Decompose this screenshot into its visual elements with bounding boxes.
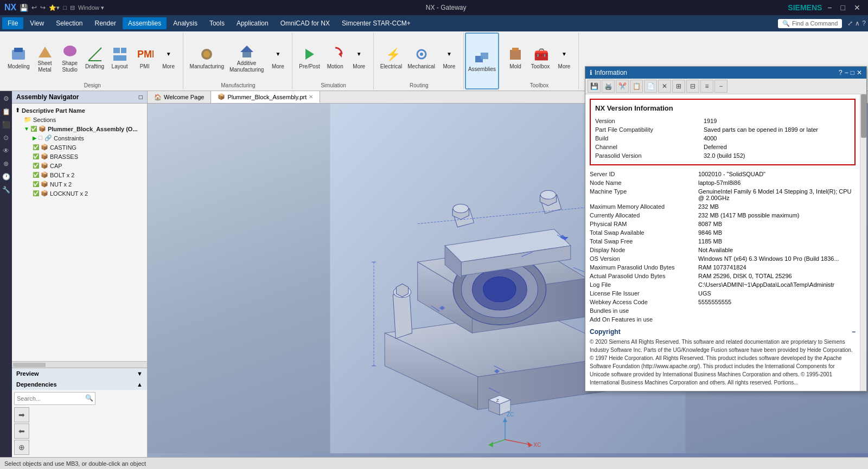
assembly-tab-close[interactable]: ✕ (309, 94, 313, 100)
tree-header[interactable]: ⬆ Descriptive Part Name (14, 106, 145, 115)
toolbox-button[interactable]: 🧰 Toolbox (528, 44, 552, 72)
tree-bolt[interactable]: ✅ 📦 BOLT x 2 (31, 170, 145, 179)
design-more-button[interactable]: ▼ More (158, 44, 180, 72)
sheet-metal-button[interactable]: SheetMetal (33, 41, 57, 75)
tree-assembly-root[interactable]: ▼ ✅ 📦 Plummer_Block_Assembly (O... (23, 124, 145, 133)
tree-casting[interactable]: ✅ 📦 CASTING (31, 143, 145, 152)
info-vscroll[interactable] (860, 94, 866, 391)
tree-nut[interactable]: ✅ 📦 NUT x 2 (31, 179, 145, 189)
undo-icon[interactable]: ↩ (31, 4, 37, 11)
pmi-button[interactable]: PMI PMI (133, 44, 157, 72)
info-scroll-thumb[interactable] (861, 94, 866, 138)
motion-button[interactable]: Motion (323, 44, 347, 72)
info-delete-btn[interactable]: ✕ (658, 80, 671, 93)
menu-assemblies[interactable]: Assemblies (123, 17, 167, 29)
close-button[interactable]: ✕ (851, 2, 864, 13)
welcome-tab[interactable]: 🏠 Welcome Page (148, 91, 211, 103)
additive-mfg-button[interactable]: AdditiveManufacturing (227, 41, 266, 75)
constraints-check[interactable]: ☐ (38, 135, 43, 141)
info-zoom-out-btn[interactable]: ⊟ (686, 80, 699, 93)
sidebar-parts-icon[interactable]: ⬛ (1, 119, 12, 130)
assembly-tab[interactable]: 📦 Plummer_Block_Assembly.prt ✕ (211, 91, 320, 103)
sidebar-view-icon[interactable]: 👁 (1, 145, 11, 156)
save-icon[interactable]: 💾 (20, 4, 28, 12)
minimize-button[interactable]: − (824, 2, 835, 13)
find-command-box[interactable]: 🔍 Find a Command (778, 19, 842, 28)
menu-view[interactable]: View (24, 17, 49, 29)
copyright-collapse-icon[interactable]: − (852, 328, 856, 336)
menu-render[interactable]: Render (90, 17, 122, 29)
nut-check[interactable]: ✅ (33, 181, 39, 187)
mold-button[interactable]: Mold (503, 44, 527, 72)
manufacturing-button[interactable]: Manufacturing (188, 44, 226, 72)
sidebar-settings-icon[interactable]: ⚙ (2, 93, 11, 104)
menu-application[interactable]: Application (231, 17, 274, 29)
deps-search-input[interactable] (14, 392, 95, 405)
cap-check[interactable]: ✅ (33, 163, 39, 169)
sidebar-clock-icon[interactable]: 🕐 (1, 171, 12, 182)
deps-toggle-icon[interactable]: ▲ (137, 381, 143, 388)
deps-zoom-btn[interactable]: ⊕ (14, 440, 29, 455)
routing-more-button[interactable]: ▼ More (438, 44, 460, 72)
layout-icon[interactable]: ⊟ (70, 4, 75, 11)
menu-tools[interactable]: Tools (204, 17, 230, 29)
info-wrap-btn[interactable]: ≡ (700, 80, 713, 93)
help-icon[interactable]: ? (862, 20, 866, 27)
mfg-more-button[interactable]: ▼ More (267, 44, 289, 72)
info-print-btn[interactable]: 🖨️ (602, 80, 615, 93)
redo-icon[interactable]: ↪ (40, 4, 46, 11)
sidebar-history-icon[interactable]: ⊙ (2, 132, 10, 143)
assembly-check[interactable]: ✅ (30, 126, 37, 132)
up-icon[interactable]: ∧ (855, 20, 860, 27)
tree-locknut[interactable]: ✅ 📦 LOCKNUT x 2 (31, 189, 145, 198)
info-collapse-btn[interactable]: − (714, 80, 727, 93)
toolbox-more-button[interactable]: ▼ More (553, 44, 575, 72)
info-minimize-btn[interactable]: − (845, 69, 848, 76)
shape-studio-button[interactable]: ShapeStudio (58, 41, 82, 75)
electrical-button[interactable]: ⚡ Electrical (378, 44, 405, 72)
locknut-check[interactable]: ✅ (33, 190, 39, 196)
info-zoom-in-btn[interactable]: ⊞ (672, 80, 685, 93)
preview-toggle-icon[interactable]: ▼ (137, 370, 143, 377)
sidebar-roles-icon[interactable]: ⊕ (2, 158, 10, 169)
drafting-button[interactable]: Drafting (83, 44, 107, 72)
menu-file[interactable]: File (2, 17, 23, 29)
menu-icon[interactable]: Window ▾ (78, 4, 104, 11)
ribbon-group-assemblies[interactable]: Assemblies (465, 33, 499, 89)
info-paste-btn[interactable]: 📄 (644, 80, 657, 93)
deps-back-btn[interactable]: ⬅ (14, 423, 29, 439)
info-save-btn[interactable]: 💾 (588, 80, 601, 93)
tree-cap[interactable]: ✅ 📦 CAP (31, 161, 145, 170)
info-help-btn[interactable]: ? (839, 69, 843, 76)
menu-simcenter[interactable]: Simcenter STAR-CCM+ (336, 17, 416, 29)
sidebar-nav-icon[interactable]: 📋 (1, 106, 12, 117)
sidebar-tools2-icon[interactable]: 🔧 (1, 184, 12, 195)
prepost-button[interactable]: Pre/Post (297, 44, 322, 72)
preview-header[interactable]: Preview ▼ (12, 368, 147, 379)
modeling-button[interactable]: Modeling (5, 44, 32, 72)
casting-check[interactable]: ✅ (33, 144, 39, 150)
tree-sections[interactable]: 📁 Sections (23, 115, 145, 124)
maximize-button[interactable]: □ (838, 2, 848, 13)
deps-header[interactable]: Dependencies ▲ (12, 379, 147, 390)
favorites-icon[interactable]: ⭐▾ (49, 4, 60, 11)
sim-more-button[interactable]: ▼ More (348, 44, 370, 72)
info-cut-btn[interactable]: ✂️ (616, 80, 629, 93)
info-close-btn[interactable]: ✕ (857, 69, 862, 76)
info-maximize-btn[interactable]: □ (851, 69, 854, 76)
info-copy-btn[interactable]: 📋 (630, 80, 643, 93)
window-selector[interactable]: □ (63, 4, 67, 11)
deps-fwd-btn[interactable]: ➡ (14, 407, 29, 422)
nav-hscroll[interactable] (12, 361, 147, 368)
layout-button[interactable]: Layout (108, 44, 132, 72)
expand-icon[interactable]: ⤢ (847, 20, 853, 27)
mechanical-button[interactable]: Mechanical (405, 44, 437, 72)
bolt-check[interactable]: ✅ (33, 172, 39, 178)
brasses-check[interactable]: ✅ (33, 153, 39, 159)
menu-selection[interactable]: Selection (50, 17, 88, 29)
nav-collapse-icon[interactable]: □ (139, 93, 143, 101)
tree-brasses[interactable]: ✅ 📦 BRASSES (31, 152, 145, 161)
menu-omnicad[interactable]: OmniCAD for NX (275, 17, 335, 29)
nav-hscroll-thumb[interactable] (13, 363, 46, 367)
tree-constraints[interactable]: ▶ ☐ 🔗 Constraints (31, 133, 145, 143)
